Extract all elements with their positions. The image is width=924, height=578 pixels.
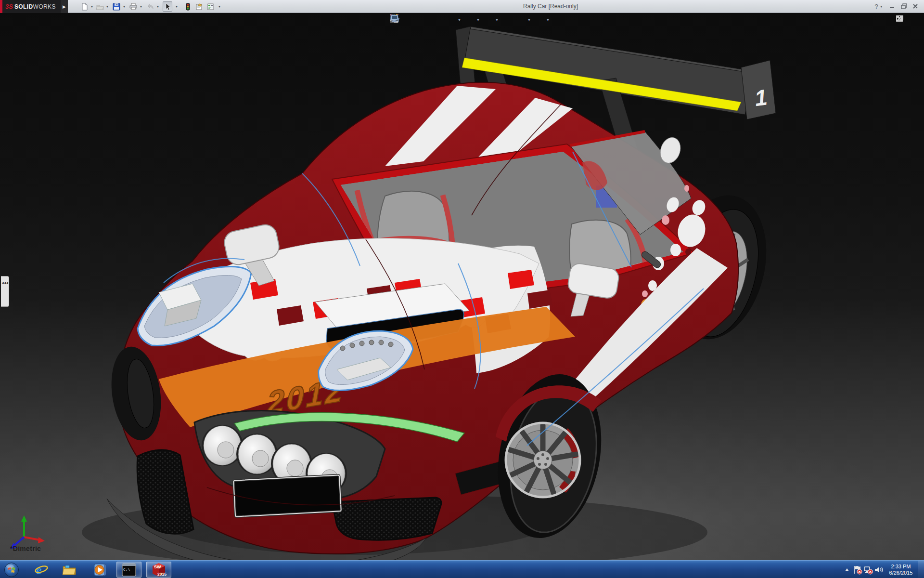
media-player-icon [93,563,107,577]
open-dropdown[interactable]: ▼ [105,5,110,10]
action-center-icon[interactable] [852,561,863,578]
taskbar-command-prompt[interactable]: C:\_ [116,562,141,578]
view-settings-dropdown[interactable]: ▼ [546,18,550,22]
view-orientation-dropdown[interactable]: ▼ [457,18,462,22]
open-folder-icon [96,3,104,11]
select-button[interactable] [163,1,172,12]
center-mesh-grille [332,498,441,540]
svg-text:e: e [36,563,42,577]
minimize-button[interactable] [887,2,897,11]
start-button[interactable] [2,562,21,578]
select-cursor-icon [164,3,171,11]
options-button[interactable] [206,1,216,12]
view-orientation-button[interactable] [444,14,456,26]
action-center-flag-icon [853,565,862,575]
system-tray: 2:33 PM 6/26/2015 [842,561,924,578]
undo-icon [146,3,154,11]
folder-icon [62,563,77,577]
logo-works: WORKS [33,3,56,10]
view-settings-button[interactable] [532,14,545,26]
expand-toolbar-button[interactable]: ▶ [61,0,68,13]
undo-button[interactable] [145,1,155,12]
zoom-to-area-button[interactable] [403,14,416,26]
close-icon [912,3,918,9]
internet-explorer-icon: e [34,563,49,577]
minimize-icon [889,3,895,9]
display-style-dropdown[interactable]: ▼ [476,18,480,22]
save-button[interactable] [112,1,121,12]
clock-time: 2:33 PM [884,564,918,570]
apply-scene-button[interactable] [513,14,526,26]
rebuild-button[interactable] [183,1,192,12]
print-button[interactable] [128,1,138,12]
print-icon [129,3,137,11]
new-document-button[interactable] [80,1,90,12]
taskbar-solidworks-2015[interactable]: SW 2015 [146,562,171,578]
taskbar: e C:\_ SW 2015 [0,560,924,578]
rally-car-model[interactable]: 1 [106,26,781,560]
solidworks-2015-icon: SW 2015 [151,562,167,578]
show-hidden-icons-icon [844,567,850,572]
feature-manager-collapsed-tab[interactable]: ◂◂◂ [1,276,9,307]
window-title: Rally Car [Read-only] [523,3,578,10]
solidworks-logo: 3S SOLIDWORKS [0,0,61,13]
show-hidden-icons-button[interactable] [842,561,852,578]
model-canvas[interactable]: 1 [0,13,924,560]
view-orientation-label: *Dimetric [10,545,41,552]
display-style-button[interactable] [462,14,475,26]
network-disconnected-icon [863,565,873,575]
restore-button[interactable] [899,2,909,11]
command-prompt-icon: C:\_ [122,563,136,577]
save-dropdown[interactable]: ▼ [122,5,127,10]
open-document-button[interactable] [95,1,105,12]
print-dropdown[interactable]: ▼ [139,5,143,10]
apply-scene-dropdown[interactable]: ▼ [527,18,531,22]
taskbar-clock[interactable]: 2:33 PM 6/26/2015 [884,563,918,576]
help-button[interactable]: ? ▼ [874,2,884,11]
file-properties-icon [195,3,203,11]
license-plate [233,475,341,516]
close-button[interactable] [911,2,920,11]
sw-badge: 2015 [157,572,167,577]
new-document-icon [81,3,89,11]
hide-show-items-dropdown[interactable]: ▼ [495,18,499,22]
taskbar-windows-explorer[interactable] [60,562,79,578]
title-bar: 3S SOLIDWORKS ▶ ▼ ▼ ▼ ▼ ▼ ▼ ▼ Rally Car … [0,0,924,13]
volume-icon[interactable] [873,561,884,578]
undo-dropdown[interactable]: ▼ [155,5,160,10]
help-icon: ? [874,3,878,10]
section-view-button[interactable] [430,14,443,26]
close-document-icon [896,15,902,22]
heads-up-view-toolbar: ▼ ▼ ▼ ▼ ▼ [390,14,550,26]
edit-appearance-button[interactable] [500,14,513,26]
traffic-light-icon [184,3,192,11]
logo-solid: SOLID [14,3,33,10]
taskbar-media-player[interactable] [90,562,110,578]
view-settings-icon [390,14,399,23]
graphics-area[interactable]: 1 [0,13,924,560]
previous-view-button[interactable] [417,14,429,26]
taskbar-internet-explorer[interactable]: e [32,562,51,578]
logo-glyph: 3S [5,3,13,10]
options-dropdown[interactable]: ▼ [217,5,222,10]
sw-letters: SW [154,565,161,569]
speaker-icon [874,565,884,575]
new-dropdown[interactable]: ▼ [90,5,94,10]
file-properties-button[interactable] [194,1,204,12]
network-status-icon[interactable] [863,561,873,578]
hide-show-items-button[interactable] [481,14,494,26]
save-floppy-icon [113,3,120,11]
show-desktop-button[interactable] [918,561,924,578]
start-orb-icon [4,562,19,578]
restore-icon [901,3,907,9]
help-dropdown: ▼ [880,5,883,8]
options-icon [207,3,215,11]
clock-date: 6/26/2015 [884,570,918,576]
reference-triad [10,515,45,549]
select-dropdown[interactable]: ▼ [174,5,179,10]
cmd-label: C:\_ [123,567,132,572]
